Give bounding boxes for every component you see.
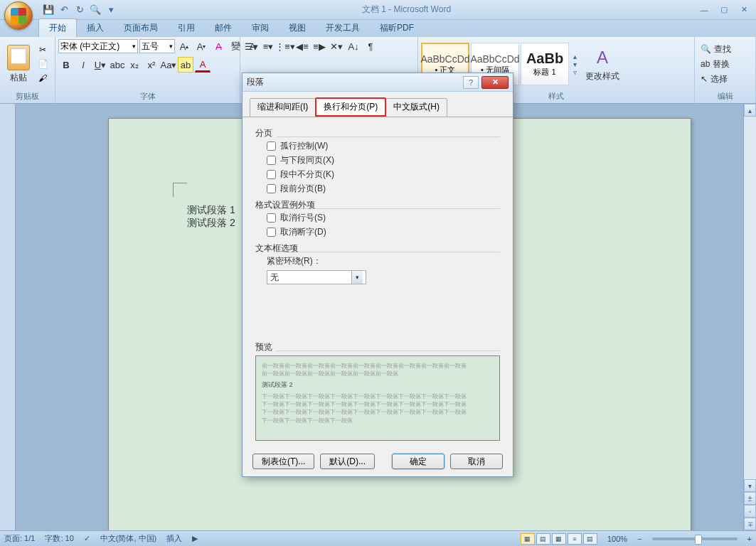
bullets-icon[interactable]: ☰▾: [243, 38, 259, 54]
tab-home[interactable]: 开始: [38, 18, 77, 37]
select-icon: ↖: [701, 74, 708, 84]
multilevel-icon[interactable]: ⋮≡▾: [277, 38, 293, 54]
qat-dropdown-icon[interactable]: ▾: [104, 3, 118, 17]
vertical-scrollbar[interactable]: ▴ ▾ ± ◦ ∓: [743, 104, 756, 530]
status-language[interactable]: 中文(简体, 中国): [100, 533, 156, 544]
zoom-slider[interactable]: [652, 537, 738, 540]
keep-with-next-checkbox[interactable]: [267, 156, 276, 165]
qat-preview-icon[interactable]: 🔍: [88, 3, 102, 17]
highlight-icon[interactable]: ab: [178, 57, 193, 73]
scroll-track[interactable]: [744, 117, 756, 479]
zoom-level[interactable]: 100%: [607, 535, 627, 543]
asian-layout-icon[interactable]: ✕▾: [329, 38, 344, 54]
window-title: 文档 1 - Microsoft Word: [118, 4, 695, 16]
page-break-before-checkbox[interactable]: [267, 184, 276, 193]
decrease-indent-icon[interactable]: ◀≡: [294, 38, 310, 54]
italic-icon[interactable]: I: [75, 57, 91, 73]
paste-button[interactable]: 粘贴: [3, 43, 34, 85]
shrink-font-icon[interactable]: A▾: [193, 38, 209, 54]
dropdown-icon[interactable]: ▾: [351, 271, 363, 284]
draft-view-icon[interactable]: ▤: [583, 533, 597, 545]
font-color-icon[interactable]: A: [195, 57, 211, 73]
keep-lines-checkbox[interactable]: [267, 170, 276, 179]
dialog-tabs: 缩进和间距(I) 换行和分页(P) 中文版式(H): [243, 92, 513, 117]
status-insert-mode[interactable]: 插入: [166, 533, 182, 544]
copy-icon[interactable]: 📄: [36, 58, 50, 70]
clear-format-icon[interactable]: A̶: [211, 38, 226, 54]
close-button[interactable]: ✕: [735, 4, 753, 16]
browse-object-icon[interactable]: ◦: [744, 505, 756, 518]
qat-save-icon[interactable]: 💾: [41, 3, 55, 17]
dialog-close-button[interactable]: ✕: [481, 76, 509, 89]
select-button[interactable]: ↖选择: [698, 72, 730, 87]
dialog-body: 分页 孤行控制(W) 与下段同页(X) 段中不分页(K) 段前分页(B) 格式设…: [243, 117, 513, 446]
strike-icon[interactable]: abc: [110, 57, 125, 73]
status-words[interactable]: 字数: 10: [45, 533, 73, 544]
replace-button[interactable]: ab替换: [698, 57, 733, 72]
outline-view-icon[interactable]: ≡: [568, 533, 582, 545]
font-name-select[interactable]: 宋体 (中文正文)▾: [58, 39, 138, 53]
style-heading1[interactable]: AaBb 标题 1: [521, 43, 569, 85]
format-exceptions-title: 格式设置例外项: [255, 199, 500, 211]
paragraph-dialog: 段落 ? ✕ 缩进和间距(I) 换行和分页(P) 中文版式(H) 分页 孤行控制…: [242, 73, 513, 477]
widow-control-checkbox[interactable]: [267, 141, 276, 151]
suppress-line-numbers-checkbox[interactable]: [267, 213, 276, 223]
tab-references[interactable]: 引用: [168, 19, 205, 37]
vertical-ruler[interactable]: [0, 104, 16, 530]
tab-developer[interactable]: 开发工具: [316, 19, 370, 37]
no-hyphenation-checkbox[interactable]: [267, 228, 276, 237]
sort-icon[interactable]: A↓: [346, 38, 361, 54]
fullscreen-view-icon[interactable]: ▤: [536, 533, 550, 545]
tab-view[interactable]: 视图: [279, 19, 316, 37]
web-view-icon[interactable]: ▦: [552, 533, 566, 545]
styles-scroll[interactable]: ▴▾▿: [569, 53, 581, 76]
print-layout-view-icon[interactable]: ▦: [521, 533, 535, 545]
tab-insert[interactable]: 插入: [77, 19, 114, 37]
scroll-up-icon[interactable]: ▴: [744, 104, 756, 117]
dialog-titlebar[interactable]: 段落 ? ✕: [243, 73, 513, 92]
dialog-tab-indent[interactable]: 缩进和间距(I): [250, 98, 316, 117]
divider: [277, 252, 500, 252]
status-page[interactable]: 页面: 1/1: [4, 533, 35, 544]
tab-mailings[interactable]: 邮件: [205, 19, 242, 37]
tabs-button[interactable]: 制表位(T)...: [252, 454, 314, 469]
font-size-select[interactable]: 五号▾: [139, 39, 175, 53]
office-button[interactable]: [4, 1, 33, 30]
scroll-down-icon[interactable]: ▾: [744, 479, 756, 492]
dialog-help-button[interactable]: ?: [463, 76, 479, 89]
numbering-icon[interactable]: ≡▾: [260, 38, 276, 54]
status-macro-icon[interactable]: ▶: [192, 534, 198, 543]
status-proofing-icon[interactable]: ✓: [84, 534, 90, 543]
zoom-out-icon[interactable]: −: [637, 535, 641, 543]
cancel-button[interactable]: 取消: [450, 454, 503, 469]
show-marks-icon[interactable]: ¶: [363, 38, 378, 54]
grow-font-icon[interactable]: A▴: [176, 38, 192, 54]
format-painter-icon[interactable]: 🖌: [36, 72, 50, 85]
bold-icon[interactable]: B: [58, 57, 74, 73]
find-button[interactable]: 🔍查找: [698, 42, 734, 57]
prev-page-icon[interactable]: ±: [744, 492, 756, 505]
minimize-button[interactable]: —: [695, 4, 713, 16]
next-page-icon[interactable]: ∓: [744, 518, 756, 530]
font-size-value: 五号: [142, 41, 159, 53]
ok-button[interactable]: 确定: [392, 454, 444, 469]
increase-indent-icon[interactable]: ≡▶: [312, 38, 327, 54]
change-styles-button[interactable]: A 更改样式: [581, 45, 624, 84]
zoom-in-icon[interactable]: +: [747, 535, 752, 543]
view-buttons: ▦ ▤ ▦ ≡ ▤: [521, 533, 597, 545]
underline-icon[interactable]: U▾: [92, 57, 108, 73]
change-case-icon[interactable]: Aa▾: [161, 57, 176, 73]
cut-icon[interactable]: ✂: [36, 43, 50, 56]
maximize-button[interactable]: ▢: [715, 4, 733, 16]
dialog-tab-linebreak[interactable]: 换行和分页(P): [315, 97, 386, 117]
tab-layout[interactable]: 页面布局: [114, 19, 168, 37]
qat-redo-icon[interactable]: ↻: [73, 3, 87, 17]
tight-wrap-select[interactable]: 无 ▾: [267, 270, 366, 284]
tab-foxitpdf[interactable]: 福昕PDF: [370, 19, 424, 37]
dialog-tab-asian[interactable]: 中文版式(H): [385, 98, 447, 117]
subscript-icon[interactable]: x₂: [127, 57, 142, 73]
default-button[interactable]: 默认(D)...: [320, 454, 375, 469]
tab-review[interactable]: 审阅: [242, 19, 279, 37]
qat-undo-icon[interactable]: ↶: [57, 3, 71, 17]
superscript-icon[interactable]: x²: [144, 57, 159, 73]
